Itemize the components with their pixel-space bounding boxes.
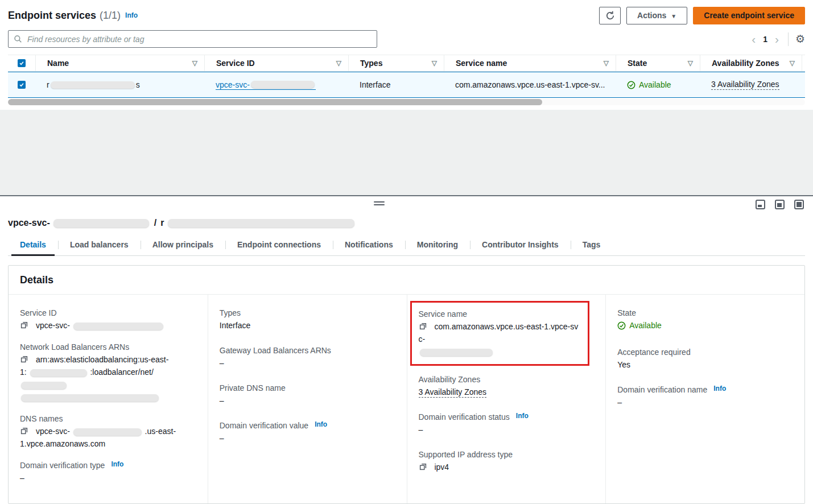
panel-size-large-icon[interactable] [794,200,804,209]
state-badge: Available [627,80,671,89]
copy-icon[interactable] [419,462,427,471]
table-row[interactable]: r s vpce-svc- Interface com.amazonaws.vp… [8,72,805,98]
content-background [0,110,813,195]
field-dns-names: DNS names vpce-svc- .us-east- 1.vpce.ama… [20,412,196,450]
table-header-row: Name ▽ Service ID ▽ Types ▽ Service name… [8,55,805,72]
column-header-state[interactable]: State ▽ [616,55,700,71]
resource-count: (1/1) [100,10,121,22]
copy-icon[interactable] [20,355,28,363]
tab-tags[interactable]: Tags [571,236,613,255]
row-acceptance-cell: Y [802,80,813,89]
info-link[interactable]: Info [713,382,726,395]
details-card-heading: Details [9,266,804,295]
current-page[interactable]: 1 [759,35,771,44]
details-card-body: Service ID vpce-svc- Network Load Balanc… [9,295,804,503]
sort-icon[interactable]: ▽ [192,59,197,67]
availability-zones-popover-link[interactable]: 3 Availability Zones [419,387,487,398]
search-box[interactable] [8,30,377,48]
field-acceptance-required: Acceptance required Yes [617,346,793,371]
tab-details[interactable]: Details [8,236,58,255]
redacted-service-id [251,81,315,88]
panel-tabs: Details Load balancers Allow principals … [8,236,805,256]
refresh-icon [605,11,615,20]
field-types: Types Interface [220,307,395,332]
tab-notifications[interactable]: Notifications [333,236,405,255]
state-badge: Available [617,319,662,332]
column-header-availability-zones[interactable]: Availability Zones ▽ [700,55,802,71]
caret-down-icon: ▼ [671,13,676,19]
details-column-2: Types Interface Gateway Load Balancers A… [208,295,407,503]
redacted-panel-service-id [53,219,149,228]
sort-icon[interactable]: ▽ [790,59,795,67]
tab-load-balancers[interactable]: Load balancers [58,236,141,255]
tab-endpoint-connections[interactable]: Endpoint connections [225,236,333,255]
page-header: Endpoint services (1/1) Info Actions ▼ C… [8,6,805,25]
scrollbar-thumb[interactable] [8,99,542,105]
check-circle-icon [627,81,635,89]
split-panel-size-controls [756,200,804,209]
field-availability-zones: Availability Zones 3 Availability Zones [419,373,595,398]
redacted-panel-service-name [168,219,354,228]
preferences-gear-icon[interactable]: ⚙ [795,34,805,44]
redacted-lb-name [21,382,67,389]
copy-icon[interactable] [20,427,28,435]
row-checkbox[interactable] [18,81,26,89]
horizontal-scrollbar[interactable] [8,99,805,105]
column-header-service-name[interactable]: Service name ▽ [444,55,616,71]
column-header-service-id[interactable]: Service ID ▽ [204,55,348,71]
column-header-acceptance-partial[interactable]: A [802,55,813,71]
copy-icon[interactable] [419,322,427,331]
panel-size-small-icon[interactable] [756,200,765,209]
field-private-dns-name: Private DNS name – [220,382,395,407]
row-service-id-cell: vpce-svc- [204,80,348,90]
sort-icon[interactable]: ▽ [432,59,437,67]
check-circle-icon [617,321,626,330]
availability-zones-popover-link[interactable]: 3 Availability Zones [711,80,779,90]
field-state: State Available [617,307,793,333]
field-supported-ip-address-type: Supported IP address type ipv4 [419,448,595,473]
next-page-button[interactable]: › [771,33,782,45]
field-service-id: Service ID vpce-svc- [20,307,196,332]
prev-page-button[interactable]: ‹ [748,33,759,45]
column-header-name[interactable]: Name ▽ [35,55,204,71]
create-endpoint-service-button[interactable]: Create endpoint service [693,7,805,24]
column-header-types[interactable]: Types ▽ [348,55,444,71]
row-state-cell: Available [616,80,700,89]
field-domain-verification-name: Domain verification name Info – [617,383,793,408]
info-link[interactable]: Info [111,458,123,470]
search-input[interactable] [26,34,372,44]
page-title-text: Endpoint services [8,10,96,22]
split-panel-drag-handle[interactable] [374,201,385,205]
check-icon [19,60,24,66]
pagination: ‹ 1 › ⚙ [748,32,805,46]
page-info-link[interactable]: Info [125,11,138,19]
details-column-1: Service ID vpce-svc- Network Load Balanc… [9,295,208,503]
field-service-name: Service name com.amazonaws.vpce.us-east-… [419,308,581,358]
service-id-link[interactable]: vpce-svc- [216,80,316,90]
redacted-lb-id [21,394,159,402]
details-column-3: Service name com.amazonaws.vpce.us-east-… [407,295,606,503]
redacted-dns-id [73,428,142,436]
field-domain-verification-value: Domain verification value Info – [220,419,395,444]
redacted-account-id [30,369,87,377]
row-availability-zones-cell: 3 Availability Zones [700,80,802,90]
sort-icon[interactable]: ▽ [688,59,693,67]
info-link[interactable]: Info [315,418,327,431]
tab-allow-principals[interactable]: Allow principals [141,236,225,255]
actions-button[interactable]: Actions ▼ [626,7,687,24]
toolbar-divider [788,32,789,46]
redacted-service-name-id [420,349,493,356]
refresh-button[interactable] [599,7,621,24]
tab-monitoring[interactable]: Monitoring [405,236,470,255]
info-link[interactable]: Info [516,410,529,422]
redacted-name [51,81,135,89]
panel-size-medium-icon[interactable] [775,200,785,209]
select-all-checkbox[interactable] [18,59,26,67]
select-all-cell [18,55,26,71]
sort-icon[interactable]: ▽ [604,59,609,67]
table-toolbar: ‹ 1 › ⚙ [8,30,805,48]
sort-icon[interactable]: ▽ [336,59,341,67]
row-select-cell [18,81,26,89]
tab-contributor-insights[interactable]: Contributor Insights [470,236,571,255]
copy-icon[interactable] [20,321,28,329]
